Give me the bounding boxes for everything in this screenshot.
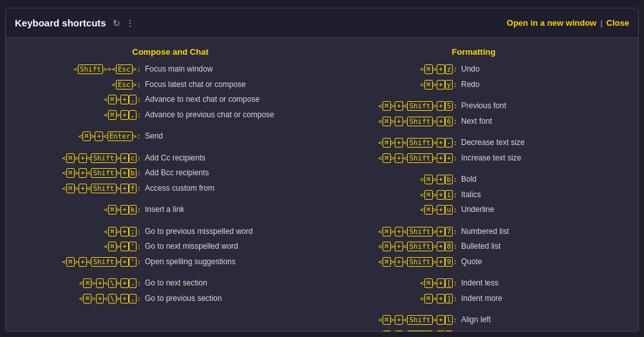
- shortcut-desc: Access custom from: [145, 182, 214, 194]
- shortcut-desc: Bold: [461, 173, 477, 185]
- shortcut-row: <⌘>+i: Italics: [328, 189, 619, 201]
- modal-header: Keyboard shortcuts ↻ ⋮ Open in a new win…: [6, 8, 638, 38]
- open-new-window-link[interactable]: Open in a new window: [507, 18, 596, 28]
- shortcut-keys: <⌘>+,:: [25, 110, 141, 121]
- shortcut-keys: <⌘>+<Shift>+6:: [328, 117, 457, 128]
- shortcut-desc: Numbered list: [461, 226, 509, 237]
- shortcut-keys: <⌘>+<Shift>+9:: [328, 257, 457, 268]
- shortcut-desc: Indent more: [461, 293, 502, 304]
- shortcut-desc: Open spelling suggestions: [145, 256, 236, 267]
- header-icons: ↻ ⋮: [113, 18, 135, 28]
- shortcut-row: <⌘>+;: Go to previous misspelled word: [25, 226, 316, 238]
- shortcut-desc: Go to next section: [145, 277, 207, 289]
- left-column: Compose and Chat <Shift>+<Esc>: Focus ma…: [19, 44, 322, 318]
- shortcut-row: <Esc>: Focus latest chat or compose: [25, 79, 316, 91]
- shortcut-keys: <⌘>+b:: [328, 175, 457, 186]
- shortcut-desc: Decrease text size: [461, 137, 525, 148]
- shortcut-desc: Next font: [461, 115, 492, 127]
- shortcut-desc: Go to previous misspelled word: [145, 226, 252, 237]
- shortcut-keys: <⌘>+<Shift>+8:: [328, 242, 457, 253]
- shortcut-keys: <⌘>+y:: [328, 80, 457, 91]
- shortcut-desc: Redo: [461, 79, 480, 90]
- shortcut-keys: <⌘>+<Shift>+f:: [25, 184, 141, 195]
- close-button[interactable]: Close: [607, 18, 629, 28]
- shortcut-keys: <⌘>+<Shift>+l:: [328, 315, 457, 326]
- more-options-icon[interactable]: ⋮: [126, 18, 135, 28]
- shortcut-row: <Shift>+<Esc>: Focus main window: [25, 63, 316, 75]
- shortcut-desc: Go to previous section: [145, 293, 222, 304]
- shortcut-desc: Advance to next chat or compose: [145, 93, 260, 105]
- shortcut-desc: Align left: [461, 314, 491, 325]
- shortcut-desc: Focus latest chat or compose: [145, 79, 246, 90]
- shortcut-row: <⌘>+y: Redo: [328, 79, 619, 91]
- shortcut-row: <⌘>+': Go to next misspelled word: [25, 240, 316, 253]
- shortcut-row: <⌘>+]: Indent more: [328, 293, 619, 305]
- modal-title: Keyboard shortcuts: [15, 17, 106, 28]
- shortcut-keys: <⌘>+k:: [25, 205, 141, 216]
- shortcut-keys: <⌘>+<Enter>:: [25, 131, 141, 142]
- shortcut-row: <⌘>+<Shift>+': Open spelling suggestions: [25, 256, 316, 268]
- shortcut-row: <⌘>+<Enter>: Send: [25, 130, 316, 142]
- shortcut-desc: Go to next misspelled word: [145, 240, 238, 252]
- shortcut-keys: <⌘>+<Shift>+-:: [328, 138, 457, 149]
- shortcut-row: <⌘>+<Shift>+9: Quote: [328, 256, 619, 268]
- shortcut-keys: <Esc>:: [25, 80, 141, 91]
- shortcut-desc: Bulleted list: [461, 240, 500, 252]
- shortcut-row: <⌘>+<\>+.: Go to next section: [25, 277, 316, 289]
- shortcut-desc: Align center: [461, 329, 502, 332]
- shortcut-row: <⌘>+u: Underline: [328, 204, 619, 216]
- shortcut-desc: Add Cc recipients: [145, 152, 205, 164]
- shortcut-row: <⌘>+b: Bold: [328, 173, 619, 186]
- shortcut-row: <⌘>+<Shift>+-: Decrease text size: [328, 137, 619, 149]
- shortcut-desc: Increase text size: [461, 152, 521, 164]
- shortcut-keys: <⌘>+.:: [25, 95, 141, 106]
- shortcut-row: <⌘>+<Shift>+6: Next font: [328, 115, 619, 128]
- shortcut-keys: <⌘>+<Shift>+7:: [328, 227, 457, 238]
- shortcut-keys: <⌘>+<\>+.:: [25, 278, 141, 289]
- shortcut-desc: Italics: [461, 189, 481, 200]
- shortcut-row: <⌘>+<Shift>+c: Add Cc recipients: [25, 152, 316, 164]
- shortcut-desc: Quote: [461, 256, 482, 267]
- refresh-icon[interactable]: ↻: [113, 18, 120, 28]
- shortcut-desc: Advance to previous chat or compose: [145, 109, 274, 120]
- shortcut-keys: <⌘>+u:: [328, 205, 457, 216]
- shortcut-keys: <⌘>+<Shift>+5:: [328, 101, 457, 112]
- shortcut-keys: <⌘>+<Shift>+':: [25, 257, 141, 268]
- shortcut-row: <⌘>+[: Indent less: [328, 277, 619, 289]
- shortcut-keys: <⌘>+z:: [328, 64, 457, 75]
- formatting-title: Formatting: [328, 47, 619, 57]
- modal-body: Compose and Chat <Shift>+<Esc>: Focus ma…: [6, 38, 638, 331]
- shortcut-desc: Insert a link: [145, 204, 184, 215]
- shortcut-row: <⌘>+k: Insert a link: [25, 204, 316, 216]
- shortcut-desc: Send: [145, 130, 163, 142]
- shortcut-row: <⌘>+,: Advance to previous chat or compo…: [25, 109, 316, 121]
- shortcut-desc: Undo: [461, 63, 480, 75]
- shortcut-keys: <⌘>+<Shift>+e:: [328, 331, 457, 332]
- shortcut-keys: <⌘>+;:: [25, 227, 141, 238]
- shortcut-desc: Add Bcc recipients: [145, 167, 209, 178]
- shortcut-keys: <⌘>+i:: [328, 190, 457, 201]
- shortcut-row: <⌘>+z: Undo: [328, 63, 619, 75]
- shortcut-keys: <⌘>+[:: [328, 278, 457, 289]
- shortcut-row: <⌘>+<Shift>+5: Previous font: [328, 100, 619, 112]
- shortcut-row: <⌘>+<Shift>+l: Align left: [328, 314, 619, 326]
- divider: |: [600, 18, 602, 28]
- header-actions: Open in a new window | Close: [507, 18, 629, 28]
- shortcut-keys: <Shift>+<Esc>:: [25, 64, 141, 75]
- shortcut-keys: <⌘>+':: [25, 242, 141, 253]
- shortcut-desc: Indent less: [461, 277, 498, 289]
- shortcut-desc: Underline: [461, 204, 494, 215]
- shortcut-row: <⌘>+<Shift>+7: Numbered list: [328, 226, 619, 238]
- shortcut-keys: <⌘>+]:: [328, 294, 457, 305]
- shortcut-keys: <⌘>+<Shift>++:: [328, 153, 457, 164]
- shortcut-keys: <⌘>+<\>+,:: [25, 294, 141, 305]
- shortcut-row: <⌘>+<Shift>+f: Access custom from: [25, 182, 316, 195]
- shortcut-row: <⌘>+<Shift>+8: Bulleted list: [328, 240, 619, 253]
- shortcut-desc: Previous font: [461, 100, 506, 111]
- right-column: Formatting <⌘>+z: Undo <⌘>+y: Redo <⌘>+<…: [322, 44, 625, 318]
- compose-chat-title: Compose and Chat: [25, 47, 316, 57]
- shortcut-row: <⌘>+<Shift>++: Increase text size: [328, 152, 619, 164]
- shortcut-row: <⌘>+<Shift>+b: Add Bcc recipients: [25, 167, 316, 179]
- shortcut-row: <⌘>+<\>+,: Go to previous section: [25, 293, 316, 305]
- shortcut-row: <⌘>+<Shift>+e: Align center: [328, 329, 619, 332]
